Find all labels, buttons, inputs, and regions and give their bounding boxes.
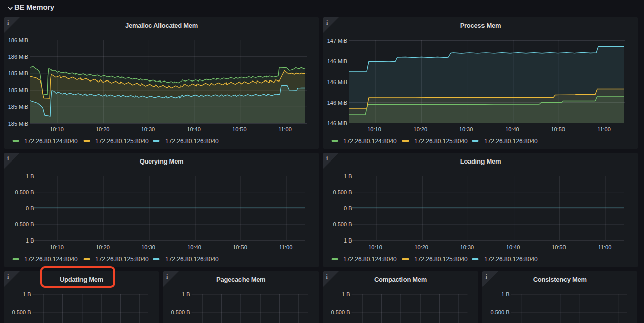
svg-text:185 MiB: 185 MiB	[8, 70, 28, 76]
svg-text:10:50: 10:50	[232, 126, 247, 132]
svg-text:-1 B: -1 B	[342, 237, 352, 244]
svg-text:172.26.80.125:8040: 172.26.80.125:8040	[95, 256, 149, 263]
svg-text:1 B: 1 B	[26, 173, 34, 179]
svg-text:10:10: 10:10	[50, 126, 64, 132]
svg-text:146 MiB: 146 MiB	[327, 100, 347, 106]
svg-text:147 MiB: 147 MiB	[327, 38, 347, 44]
svg-text:10:10: 10:10	[50, 244, 64, 250]
svg-text:172.26.80.124:8040: 172.26.80.124:8040	[343, 138, 397, 145]
svg-text:172.26.80.124:8040: 172.26.80.124:8040	[343, 256, 397, 263]
svg-text:0.500 B: 0.500 B	[331, 309, 350, 315]
svg-text:0.500 B: 0.500 B	[15, 189, 34, 195]
svg-text:11:00: 11:00	[597, 126, 611, 132]
svg-text:185 MiB: 185 MiB	[8, 121, 28, 127]
svg-text:10:20: 10:20	[414, 126, 428, 132]
svg-text:-1 B: -1 B	[24, 237, 34, 244]
svg-text:1 B: 1 B	[341, 291, 350, 297]
svg-text:10:40: 10:40	[506, 244, 520, 250]
svg-text:172.26.80.126:8040: 172.26.80.126:8040	[165, 256, 219, 263]
svg-text:172.26.80.125:8040: 172.26.80.125:8040	[95, 138, 149, 145]
svg-text:-0.500 B: -0.500 B	[331, 221, 352, 227]
svg-text:0.500 B: 0.500 B	[171, 309, 190, 315]
svg-text:11:00: 11:00	[598, 244, 612, 250]
svg-text:10:10: 10:10	[368, 244, 382, 250]
svg-text:1 B: 1 B	[501, 291, 509, 297]
svg-text:1 B: 1 B	[344, 173, 352, 179]
svg-text:186 MiB: 186 MiB	[8, 37, 28, 43]
svg-text:172.26.80.124:8040: 172.26.80.124:8040	[24, 256, 78, 263]
svg-text:10:50: 10:50	[551, 126, 565, 132]
svg-text:172.26.80.125:8040: 172.26.80.125:8040	[414, 256, 468, 263]
svg-text:146 MiB: 146 MiB	[327, 58, 347, 64]
svg-text:11:00: 11:00	[278, 126, 292, 132]
svg-text:0.500 B: 0.500 B	[333, 189, 352, 195]
svg-text:0.500 B: 0.500 B	[12, 309, 31, 315]
svg-text:10:20: 10:20	[96, 244, 110, 250]
svg-text:10:30: 10:30	[459, 126, 473, 132]
svg-text:11:00: 11:00	[279, 244, 293, 250]
svg-text:10:40: 10:40	[187, 244, 201, 250]
svg-text:10:30: 10:30	[141, 244, 155, 250]
svg-text:10:40: 10:40	[187, 126, 201, 132]
svg-text:10:30: 10:30	[460, 244, 474, 250]
svg-text:10:20: 10:20	[96, 126, 110, 132]
svg-text:146 MiB: 146 MiB	[327, 120, 347, 126]
svg-text:185 MiB: 185 MiB	[8, 87, 28, 93]
svg-text:10:20: 10:20	[414, 244, 428, 250]
svg-text:1 B: 1 B	[23, 291, 31, 297]
svg-text:172.26.80.124:8040: 172.26.80.124:8040	[24, 138, 78, 145]
svg-text:-0.500 B: -0.500 B	[13, 221, 34, 227]
svg-text:172.26.80.126:8040: 172.26.80.126:8040	[484, 138, 538, 145]
svg-text:1 B: 1 B	[182, 291, 190, 297]
svg-text:10:30: 10:30	[141, 126, 155, 132]
svg-text:172.26.80.126:8040: 172.26.80.126:8040	[484, 256, 538, 263]
svg-text:0.500 B: 0.500 B	[490, 309, 509, 315]
svg-text:172.26.80.126:8040: 172.26.80.126:8040	[165, 138, 219, 145]
svg-text:10:50: 10:50	[552, 244, 566, 250]
svg-text:10:10: 10:10	[367, 126, 381, 132]
svg-text:186 MiB: 186 MiB	[8, 54, 28, 60]
svg-text:172.26.80.125:8040: 172.26.80.125:8040	[414, 138, 468, 145]
svg-text:185 MiB: 185 MiB	[8, 104, 28, 110]
svg-text:10:40: 10:40	[505, 126, 519, 132]
svg-text:10:50: 10:50	[233, 244, 247, 250]
svg-text:146 MiB: 146 MiB	[327, 79, 347, 85]
svg-text:0 B: 0 B	[344, 205, 352, 211]
